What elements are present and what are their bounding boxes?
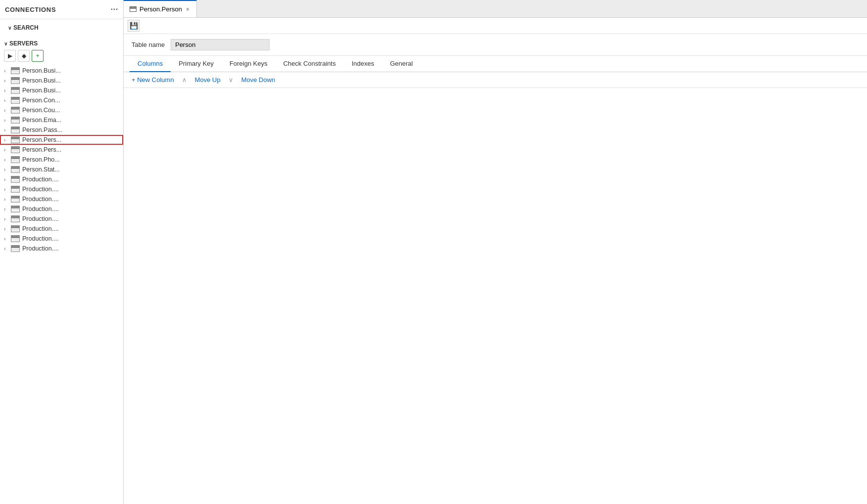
tree-table-icon-14	[11, 206, 20, 212]
tree-table-icon-8	[11, 146, 20, 153]
tree-item-label-7: Person.Pers...	[22, 136, 61, 143]
sidebar-tree-item-13[interactable]: › Production....	[0, 194, 123, 204]
tab-bar: Person.Person ×	[124, 0, 867, 18]
tree-chevron-0: ›	[4, 68, 11, 74]
tree-table-icon-9	[11, 156, 20, 163]
schema-tab-check-constraints[interactable]: Check Constraints	[275, 56, 344, 72]
tree-chevron-17: ›	[4, 236, 11, 242]
move-up-label: Move Up	[195, 76, 221, 84]
tree-table-icon-5	[11, 117, 20, 124]
table-name-row: Table name	[124, 34, 867, 56]
tree-item-label-14: Production....	[22, 206, 59, 212]
table-name-label: Table name	[132, 41, 165, 48]
content-toolbar: 💾	[124, 18, 867, 34]
tree-chevron-8: ›	[4, 147, 11, 153]
schema-tab-columns[interactable]: Columns	[130, 56, 171, 72]
sidebar-tree-item-4[interactable]: › Person.Cou...	[0, 105, 123, 115]
tree-item-label-3: Person.Con...	[22, 97, 60, 104]
move-down-button[interactable]: Move Down	[239, 75, 277, 84]
sidebar-tree-item-12[interactable]: › Production....	[0, 184, 123, 194]
sidebar-tree-item-3[interactable]: › Person.Con...	[0, 95, 123, 105]
tree-table-icon-17	[11, 235, 20, 242]
tree-chevron-9: ›	[4, 157, 11, 163]
tree-chevron-7: ›	[4, 137, 11, 143]
tree-table-icon-7	[11, 136, 20, 143]
sidebar-tree-item-5[interactable]: › Person.Ema...	[0, 115, 123, 125]
sidebar-tree-item-7[interactable]: › Person.Pers...	[0, 135, 123, 145]
tree-item-label-4: Person.Cou...	[22, 107, 60, 114]
tree-item-label-15: Production....	[22, 215, 59, 222]
connections-title: CONNECTIONS	[5, 6, 56, 13]
tree-item-label-13: Production....	[22, 196, 59, 203]
column-actions-bar: + New Column ∧ Move Up ∨ Move Down	[124, 72, 867, 88]
tree-table-icon-18	[11, 245, 20, 252]
servers-header[interactable]: ∨ SERVERS	[0, 38, 123, 49]
tab-close-button[interactable]: ×	[185, 6, 190, 13]
servers-section: ∨ SERVERS ▶ ◆ +	[0, 36, 123, 66]
sidebar-tree: › Person.Busi... › Person.Busi... › Pers…	[0, 66, 123, 504]
save-button[interactable]: 💾	[128, 20, 139, 32]
sidebar-tree-item-18[interactable]: › Production....	[0, 244, 123, 253]
tab-table-icon	[130, 6, 137, 12]
server-icon-btn-3[interactable]: +	[32, 50, 44, 62]
main-panel: Person.Person × 💾 Table name ColumnsPrim…	[124, 0, 867, 504]
server-icon-btn-1[interactable]: ▶	[4, 50, 16, 62]
sidebar-tree-item-2[interactable]: › Person.Busi...	[0, 85, 123, 95]
tree-table-icon-4	[11, 107, 20, 114]
tree-chevron-3: ›	[4, 98, 11, 103]
tree-item-label-1: Person.Busi...	[22, 77, 61, 84]
sidebar-tree-item-9[interactable]: › Person.Pho...	[0, 155, 123, 165]
sidebar: CONNECTIONS ··· ∨ SEARCH ∨ SERVERS ▶ ◆ +…	[0, 0, 124, 504]
sidebar-tree-item-15[interactable]: › Production....	[0, 214, 123, 224]
sidebar-tree-item-10[interactable]: › Person.Stat...	[0, 165, 123, 174]
tree-chevron-2: ›	[4, 88, 11, 93]
search-label: SEARCH	[13, 24, 39, 31]
new-column-button[interactable]: + New Column	[130, 75, 176, 84]
sidebar-tree-item-6[interactable]: › Person.Pass...	[0, 125, 123, 135]
tree-chevron-13: ›	[4, 197, 11, 202]
separator-2: ∨	[228, 76, 233, 84]
sidebar-tree-item-11[interactable]: › Production....	[0, 174, 123, 184]
search-header[interactable]: ∨ SEARCH	[4, 22, 119, 33]
separator-1: ∧	[182, 76, 187, 84]
tree-chevron-1: ›	[4, 78, 11, 84]
sidebar-header: CONNECTIONS ···	[0, 0, 123, 19]
tree-chevron-16: ›	[4, 226, 11, 232]
sidebar-tree-item-16[interactable]: › Production....	[0, 224, 123, 234]
schema-tab-indexes[interactable]: Indexes	[344, 56, 382, 72]
tree-item-label-12: Production....	[22, 186, 59, 193]
sidebar-more-icon[interactable]: ···	[111, 5, 118, 14]
tree-table-icon-11	[11, 176, 20, 183]
schema-tabs: ColumnsPrimary KeyForeign KeysCheck Cons…	[124, 56, 867, 72]
tree-item-label-17: Production....	[22, 235, 59, 242]
schema-tab-foreign-keys[interactable]: Foreign Keys	[222, 56, 275, 72]
move-up-button[interactable]: Move Up	[193, 75, 223, 84]
tree-table-icon-13	[11, 196, 20, 203]
servers-chevron: ∨	[4, 41, 7, 46]
tree-table-icon-10	[11, 166, 20, 173]
sidebar-tree-item-14[interactable]: › Production....	[0, 204, 123, 214]
server-icon-btn-2[interactable]: ◆	[18, 50, 30, 62]
content-area: 💾 Table name ColumnsPrimary KeyForeign K…	[124, 18, 867, 504]
columns-table-wrapper	[124, 88, 867, 504]
tree-chevron-18: ›	[4, 246, 11, 252]
sidebar-tree-item-17[interactable]: › Production....	[0, 234, 123, 244]
tree-table-icon-2	[11, 87, 20, 94]
tree-table-icon-1	[11, 77, 20, 84]
sidebar-tree-item-1[interactable]: › Person.Busi...	[0, 76, 123, 85]
servers-label: SERVERS	[9, 40, 38, 47]
tree-table-icon-15	[11, 215, 20, 222]
tree-item-label-5: Person.Ema...	[22, 117, 61, 124]
tree-table-icon-6	[11, 126, 20, 133]
tree-item-label-10: Person.Stat...	[22, 166, 60, 173]
tab-person-person[interactable]: Person.Person ×	[124, 0, 197, 17]
tree-chevron-6: ›	[4, 127, 11, 133]
search-chevron: ∨	[8, 25, 11, 31]
sidebar-tree-item-0[interactable]: › Person.Busi...	[0, 66, 123, 76]
table-name-input[interactable]	[171, 39, 270, 50]
sidebar-tree-item-8[interactable]: › Person.Pers...	[0, 145, 123, 155]
schema-tab-primary-key[interactable]: Primary Key	[171, 56, 222, 72]
schema-tab-general[interactable]: General	[382, 56, 420, 72]
tree-chevron-10: ›	[4, 167, 11, 172]
tree-table-icon-12	[11, 186, 20, 193]
